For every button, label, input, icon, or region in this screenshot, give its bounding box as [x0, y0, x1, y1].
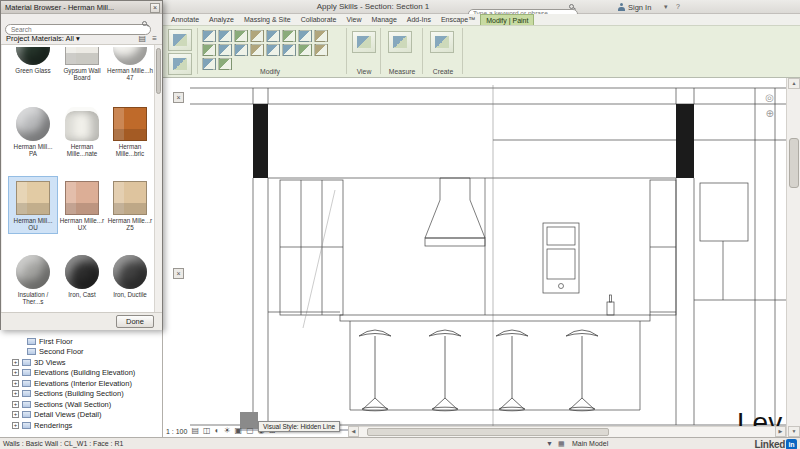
modify-tool-icon[interactable]: [266, 30, 280, 42]
material-item[interactable]: Herman Mille...h 47: [106, 45, 154, 83]
scale-control[interactable]: 1 : 100: [166, 428, 187, 435]
tab-annotate[interactable]: Annotate: [166, 14, 204, 25]
scroll-down-icon[interactable]: ▼: [788, 426, 800, 437]
dialog-close-icon[interactable]: ×: [150, 3, 160, 13]
modify-tool-icon[interactable]: [250, 30, 264, 42]
material-swatch[interactable]: [65, 107, 99, 141]
tree-item-second-floor[interactable]: Second Floor: [0, 347, 162, 358]
modify-tool-icon[interactable]: [218, 44, 232, 56]
tree-expand-icon[interactable]: +: [12, 380, 19, 387]
filter-label[interactable]: Project Materials: All: [6, 34, 74, 43]
modify-tool-icon[interactable]: [266, 44, 280, 56]
tab-collaborate[interactable]: Collaborate: [296, 14, 342, 25]
material-swatch[interactable]: [16, 181, 50, 215]
create-panel-button[interactable]: [430, 31, 454, 53]
list-view-icon[interactable]: ▤: [138, 32, 146, 45]
material-item[interactable]: Herman Mille...r UX: [58, 177, 106, 233]
material-search[interactable]: [5, 18, 151, 29]
tree-item-sections-building[interactable]: +Sections (Building Section): [0, 389, 162, 400]
crop-region-icon[interactable]: ▢: [246, 425, 254, 437]
material-filter-row[interactable]: Project Materials: All ▾ ▤ ≡: [1, 32, 162, 45]
scroll-right-icon[interactable]: ▶: [775, 426, 786, 437]
drawing-canvas[interactable]: Lev × × ◎ ⊕ 1 : 100 ▤ ◫ ◐ ☀ ▣ ▢ ◉ ⊞ Visu…: [163, 78, 786, 437]
material-swatch[interactable]: [16, 107, 50, 141]
scroll-up-icon[interactable]: ▲: [788, 78, 800, 89]
modify-tool-icon[interactable]: [314, 30, 328, 42]
tab-view[interactable]: View: [341, 14, 366, 25]
tree-expand-icon[interactable]: +: [12, 422, 19, 429]
horizontal-scrollbar[interactable]: ◀ ▶: [348, 426, 786, 437]
measure-button[interactable]: [388, 31, 412, 53]
shadows-icon[interactable]: ☀: [223, 425, 230, 437]
modify-tool-icon[interactable]: [298, 44, 312, 56]
material-scrollbar[interactable]: [154, 45, 162, 312]
tab-add-ins[interactable]: Add-Ins: [402, 14, 436, 25]
material-swatch[interactable]: [16, 47, 50, 65]
material-item[interactable]: Iron, Ductile: [106, 251, 154, 300]
modify-tool-icon[interactable]: [202, 30, 216, 42]
visual-style-icon[interactable]: ◫: [203, 425, 211, 437]
tree-item-elevations-interior[interactable]: +Elevations (Interior Elevation): [0, 378, 162, 389]
material-item[interactable]: Herman Mille...r Z5: [106, 177, 154, 233]
sun-path-icon[interactable]: ◐: [215, 425, 220, 437]
tree-expand-icon[interactable]: +: [12, 411, 19, 418]
modify-tool-icon[interactable]: [314, 44, 328, 56]
material-swatch[interactable]: [113, 107, 147, 141]
palette-close-icon[interactable]: ×: [173, 92, 184, 103]
scrollbar-thumb[interactable]: [367, 428, 608, 436]
material-swatch[interactable]: [65, 181, 99, 215]
tree-item-detail-views[interactable]: +Detail Views (Detail): [0, 410, 162, 421]
modify-tool-icon[interactable]: [298, 30, 312, 42]
modify-tool-icon[interactable]: [282, 30, 296, 42]
modify-select-button[interactable]: [168, 29, 192, 51]
modify-tool-icon[interactable]: [202, 44, 216, 56]
view-panel-button[interactable]: [352, 31, 376, 53]
tab-manage[interactable]: Manage: [366, 14, 401, 25]
infocenter-search[interactable]: [468, 2, 578, 12]
material-swatch[interactable]: [65, 47, 99, 65]
modify-tool-icon[interactable]: [218, 30, 232, 42]
material-item-selected[interactable]: Herman Mill... OU: [9, 177, 57, 233]
material-swatch[interactable]: [113, 255, 147, 289]
palette-close-icon[interactable]: ×: [173, 268, 184, 279]
design-option-icon[interactable]: ▦: [558, 438, 565, 449]
steering-wheel-icon[interactable]: ◎: [765, 92, 774, 103]
scrollbar-thumb[interactable]: [789, 138, 799, 188]
material-swatch[interactable]: [65, 255, 99, 289]
tree-item-elevations-building[interactable]: +Elevations (Building Elevation): [0, 368, 162, 379]
modify-tool-icon[interactable]: [282, 44, 296, 56]
modify-tool-icon[interactable]: [234, 44, 248, 56]
material-item[interactable]: Gypsum Wall Board: [58, 45, 106, 83]
tab-analyze[interactable]: Analyze: [204, 14, 239, 25]
material-item[interactable]: Herman Mille...bric: [106, 103, 154, 159]
zoom-tool-icon[interactable]: ⊕: [766, 108, 774, 119]
detail-level-icon[interactable]: ▤: [191, 425, 199, 437]
modify-tool-icon[interactable]: [250, 44, 264, 56]
tree-item-first-floor[interactable]: First Floor: [0, 336, 162, 347]
material-item[interactable]: Insulation / Ther...s: [9, 251, 57, 307]
done-button[interactable]: Done: [116, 315, 154, 328]
material-item[interactable]: Herman Mille...nate: [58, 103, 106, 159]
material-swatch[interactable]: [113, 47, 147, 65]
help-icon[interactable]: ?: [676, 0, 680, 14]
filter-icon[interactable]: ▼: [546, 438, 553, 449]
tree-item-renderings[interactable]: +Renderings: [0, 420, 162, 431]
vertical-scrollbar[interactable]: ▲ ▼: [786, 78, 800, 437]
scrollbar-track[interactable]: [359, 426, 775, 437]
material-item[interactable]: Herman Mill... PA: [9, 103, 57, 159]
tree-expand-icon[interactable]: +: [12, 401, 19, 408]
tree-expand-icon[interactable]: +: [12, 359, 19, 366]
tree-expand-icon[interactable]: +: [12, 369, 19, 376]
crop-view-icon[interactable]: ▣: [235, 425, 243, 437]
design-option-selector[interactable]: Main Model: [572, 438, 608, 449]
tab-modify-paint[interactable]: Modify | Paint: [480, 14, 534, 25]
tab-enscape[interactable]: Enscape™: [436, 14, 480, 25]
scroll-left-icon[interactable]: ◀: [348, 426, 359, 437]
scrollbar-thumb[interactable]: [156, 48, 161, 94]
sign-in-button[interactable]: Sign In: [618, 0, 651, 14]
tree-item-sections-wall[interactable]: +Sections (Wall Section): [0, 399, 162, 410]
paint-tool-button[interactable]: [168, 53, 192, 75]
sign-in-dropdown-icon[interactable]: ▾: [664, 0, 668, 14]
tree-expand-icon[interactable]: +: [12, 390, 19, 397]
material-item[interactable]: Iron, Cast: [58, 251, 106, 300]
